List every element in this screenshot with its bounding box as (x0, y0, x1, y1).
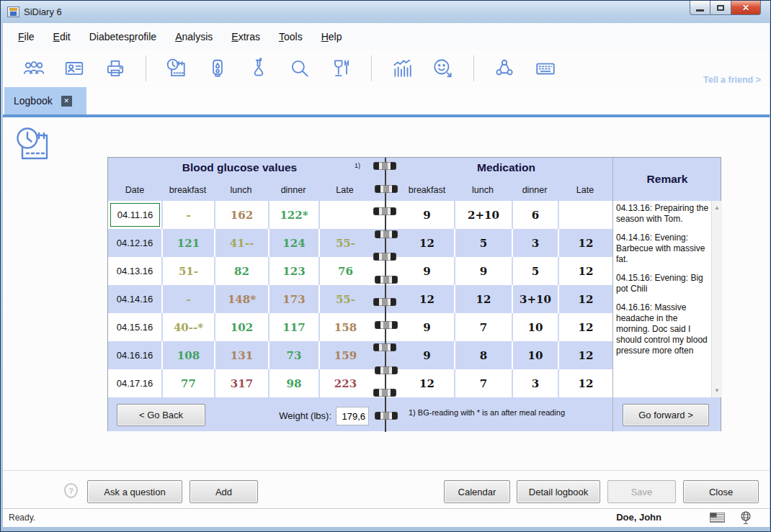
bg-value-cell[interactable]: 77 (161, 369, 214, 397)
bg-value-cell[interactable]: 98 (268, 369, 318, 397)
med-value-cell[interactable]: 9 (400, 201, 454, 229)
bg-value-cell[interactable]: - (161, 285, 214, 313)
date-cell[interactable]: 04.11.16 (108, 201, 161, 229)
med-value-cell[interactable]: 2+10 (454, 201, 512, 229)
bg-value-cell[interactable]: 102 (214, 313, 268, 341)
date-cell[interactable]: 04.13.16 (108, 257, 161, 285)
sync-icon[interactable] (494, 58, 515, 79)
bg-value-cell[interactable]: 55- (318, 229, 371, 257)
med-value-cell[interactable]: 10 (512, 313, 558, 341)
bg-value-cell[interactable]: 223 (318, 369, 371, 397)
med-value-cell[interactable]: 12 (558, 285, 612, 313)
bg-value-cell[interactable]: 317 (214, 369, 268, 397)
med-value-cell[interactable]: 3+10 (512, 285, 558, 313)
med-value-cell[interactable] (558, 201, 612, 229)
bg-value-cell[interactable]: 82 (214, 257, 268, 285)
print-icon[interactable] (104, 58, 126, 79)
remark-panel[interactable]: 04.13.16: Prepairing the season with Tom… (613, 201, 722, 397)
bg-value-cell[interactable] (318, 201, 371, 229)
bg-value-cell[interactable]: 158 (318, 313, 371, 341)
date-cell[interactable]: 04.15.16 (108, 313, 161, 341)
bg-value-cell[interactable]: 123 (268, 257, 318, 285)
meter-icon[interactable] (207, 58, 228, 79)
statistics-icon[interactable] (391, 58, 413, 79)
logbook-icon[interactable] (166, 58, 187, 79)
nutrition-icon[interactable] (330, 58, 352, 79)
date-cell[interactable]: 04.14.16 (108, 285, 161, 313)
tab-close-icon[interactable]: ✕ (61, 96, 72, 107)
med-value-cell[interactable]: 8 (454, 341, 512, 369)
med-value-cell[interactable]: 5 (512, 257, 558, 285)
menu-tools[interactable]: Tools (279, 31, 303, 42)
bg-value-cell[interactable]: 108 (161, 341, 214, 369)
detail-logbook-button[interactable]: Detail logbook (517, 480, 600, 503)
med-value-cell[interactable]: 5 (454, 229, 512, 257)
menu-extras[interactable]: Extras (231, 31, 260, 42)
close-window-button[interactable]: ✕ (731, 1, 761, 15)
search-icon[interactable] (289, 58, 311, 79)
med-value-cell[interactable]: 6 (512, 201, 558, 229)
bg-value-cell[interactable]: 162 (214, 201, 268, 229)
tab-logbook[interactable]: Logbook ✕ (4, 87, 86, 114)
menu-help[interactable]: Help (321, 31, 342, 42)
med-value-cell[interactable]: 12 (400, 229, 454, 257)
language-flag-icon[interactable] (710, 513, 725, 526)
tell-a-friend-link[interactable]: Tell a friend > (703, 75, 761, 85)
menu-analysis[interactable]: Analysis (175, 31, 213, 42)
help-icon[interactable]: ? (64, 483, 78, 498)
date-cell[interactable]: 04.17.16 (108, 369, 161, 397)
menu-edit[interactable]: Edit (53, 31, 71, 42)
bg-value-cell[interactable]: 148* (214, 285, 268, 313)
patient-card-icon[interactable] (63, 58, 85, 79)
med-value-cell[interactable]: 12 (558, 313, 612, 341)
bg-value-cell[interactable]: 131 (214, 341, 268, 369)
ask-question-button[interactable]: Ask a question (87, 480, 182, 503)
bg-value-cell[interactable]: 76 (318, 257, 371, 285)
patients-icon[interactable] (22, 58, 44, 79)
bg-value-cell[interactable]: 159 (318, 341, 371, 369)
weight-input[interactable] (336, 407, 369, 425)
med-value-cell[interactable]: 12 (400, 369, 454, 397)
close-button[interactable]: Close (683, 480, 759, 503)
globe-icon[interactable] (739, 511, 752, 528)
bg-value-cell[interactable]: 173 (268, 285, 318, 313)
bg-value-cell[interactable]: 51- (161, 257, 214, 285)
menu-diabetesprofile[interactable]: Diabetesprofile (89, 31, 156, 42)
med-value-cell[interactable]: 9 (454, 257, 512, 285)
med-value-cell[interactable]: 12 (400, 285, 454, 313)
bg-value-cell[interactable]: 55- (318, 285, 371, 313)
med-value-cell[interactable]: 9 (400, 313, 454, 341)
med-value-cell[interactable]: 7 (454, 369, 512, 397)
save-button[interactable]: Save (607, 480, 676, 503)
bg-value-cell[interactable]: - (161, 201, 214, 229)
med-value-cell[interactable]: 12 (454, 285, 512, 313)
med-value-cell[interactable]: 3 (512, 229, 558, 257)
maximize-button[interactable] (710, 1, 731, 15)
med-value-cell[interactable]: 9 (400, 257, 454, 285)
bg-value-cell[interactable]: 122* (268, 201, 318, 229)
date-cell[interactable]: 04.16.16 (108, 341, 161, 369)
go-back-button[interactable]: < Go Back (117, 404, 205, 426)
minimize-button[interactable] (690, 1, 710, 15)
med-value-cell[interactable]: 3 (512, 369, 558, 397)
bg-value-cell[interactable]: 117 (268, 313, 318, 341)
lab-icon[interactable] (248, 58, 269, 79)
bg-value-cell[interactable]: 121 (161, 229, 214, 257)
remark-scrollbar[interactable]: ▲ ▼ (711, 201, 722, 397)
menu-file[interactable]: File (18, 31, 35, 42)
bg-value-cell[interactable]: 40--* (161, 313, 214, 341)
med-value-cell[interactable]: 12 (558, 369, 612, 397)
wellbeing-icon[interactable] (432, 58, 454, 79)
add-button[interactable]: Add (190, 480, 258, 503)
scroll-down-icon[interactable]: ▼ (712, 385, 722, 396)
calendar-button[interactable]: Calendar (444, 480, 510, 503)
keyboard-icon[interactable] (535, 58, 556, 79)
go-forward-button[interactable]: Go forward > (623, 404, 709, 426)
scroll-up-icon[interactable]: ▲ (712, 202, 722, 213)
med-value-cell[interactable]: 12 (558, 229, 612, 257)
med-value-cell[interactable]: 7 (454, 313, 512, 341)
med-value-cell[interactable]: 10 (512, 341, 558, 369)
date-cell[interactable]: 04.12.16 (108, 229, 161, 257)
bg-value-cell[interactable]: 41-- (214, 229, 268, 257)
med-value-cell[interactable]: 12 (558, 257, 612, 285)
